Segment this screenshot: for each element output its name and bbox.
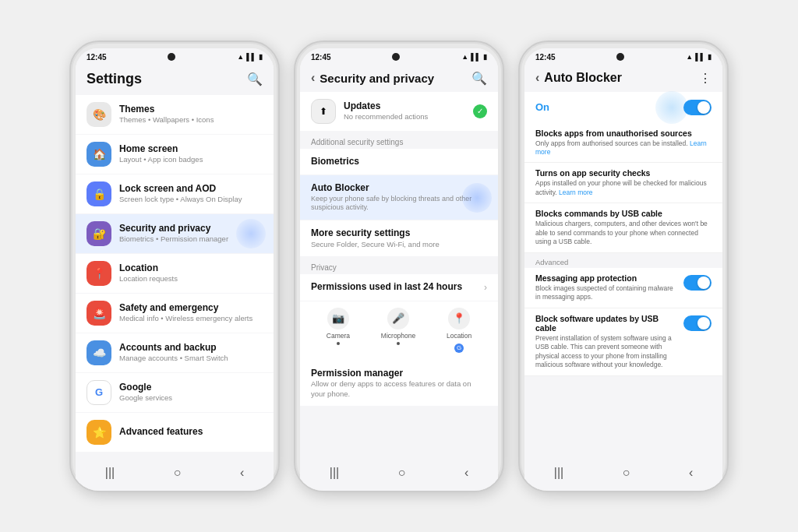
ab-software-row: Block software updates by USB cable Prev… <box>524 308 722 376</box>
location-icon: 📍 <box>87 261 111 286</box>
updates-subtitle: No recommended actions <box>344 112 473 122</box>
status-time-3: 12:45 <box>535 53 556 62</box>
google-icon: G <box>87 380 111 405</box>
accounts-title: Accounts and backup <box>119 342 263 354</box>
settings-item-advanced[interactable]: ⭐ Advanced features <box>76 413 274 452</box>
status-icons-1: ▲ ▌▌ ▮ <box>237 53 263 61</box>
additional-security-label: Additional security settings <box>300 132 498 149</box>
nav-bar-3: ||| ○ ‹ <box>524 458 722 491</box>
location-text: Location Location requests <box>119 262 263 284</box>
accounts-text: Accounts and backup Manage accounts • Sm… <box>119 342 263 364</box>
nav-back-icon-3[interactable]: ‹ <box>689 466 693 480</box>
permissions-item[interactable]: Permissions used in last 24 hours › <box>300 274 498 301</box>
search-icon-settings[interactable]: 🔍 <box>247 72 263 86</box>
nav-recent-icon[interactable]: ||| <box>105 466 115 480</box>
camera-permission: 📷 Camera <box>327 308 350 354</box>
location-title: Location <box>119 262 263 275</box>
wifi-icon-3: ▲ <box>686 53 693 61</box>
ab-feature-unauth-desc: Only apps from authorised sources can be… <box>535 139 711 157</box>
biometrics-item[interactable]: Biometrics <box>300 149 498 175</box>
nav-home-icon[interactable]: ○ <box>174 466 182 480</box>
phone-screen-1: 12:45 ▲ ▌▌ ▮ Settings 🔍 🎨 Themes Themes … <box>76 48 274 491</box>
back-button-security[interactable]: ‹ Security and privacy <box>311 71 434 85</box>
page-title-autoblocker: Auto Blocker <box>544 71 622 85</box>
wifi-icon: ▲ <box>237 53 244 61</box>
privacy-section-label: Privacy <box>300 258 498 274</box>
nav-bar-2: ||| ○ ‹ <box>300 458 498 491</box>
safety-text: Safety and emergency Medical info • Wire… <box>119 302 263 324</box>
lock-text: Lock screen and AOD Screen lock type • A… <box>119 183 263 205</box>
messaging-toggle[interactable] <box>683 275 711 291</box>
location-perm-icon: 📍 <box>448 308 470 329</box>
camera-notch-3 <box>616 53 624 61</box>
auto-blocker-item[interactable]: Auto Blocker Keep your phone safe by blo… <box>300 175 498 220</box>
ab-feature-appchecks-link[interactable]: Learn more <box>559 188 592 196</box>
phone-security: 12:45 ▲ ▌▌ ▮ ‹ Security and privacy 🔍 ⬆ … <box>294 41 504 492</box>
ab-feature-unauth: Blocks apps from unauthorised sources On… <box>524 123 722 164</box>
ab-messaging-row: Messaging app protection Block images su… <box>524 268 722 308</box>
safety-icon: 🚨 <box>87 301 111 326</box>
home-icon: 🏠 <box>87 142 111 167</box>
signal-icon-2: ▌▌ <box>471 53 481 61</box>
more-security-item[interactable]: More security settings Secure Folder, Se… <box>300 220 498 256</box>
ab-messaging-text: Messaging app protection Block images su… <box>535 273 679 302</box>
updates-item[interactable]: ⬆ Updates No recommended actions ✓ <box>300 92 498 131</box>
microphone-permission: 🎤 Microphone <box>381 308 415 354</box>
settings-item-location[interactable]: 📍 Location Location requests <box>76 254 274 293</box>
google-text: Google Google services <box>119 382 263 403</box>
settings-list: 🎨 Themes Themes • Wallpapers • Icons 🏠 H… <box>76 93 274 454</box>
location-subtitle: Location requests <box>119 274 263 284</box>
nav-recent-icon-3[interactable]: ||| <box>554 466 563 480</box>
auto-blocker-ripple <box>462 183 492 213</box>
signal-icon-3: ▌▌ <box>695 53 705 61</box>
settings-item-accounts[interactable]: ☁️ Accounts and backup Manage accounts •… <box>76 333 274 372</box>
ab-feature-appchecks-title: Turns on app security checks <box>535 168 711 178</box>
settings-item-home[interactable]: 🏠 Home screen Layout • App icon badges <box>76 135 274 174</box>
settings-item-security[interactable]: 🔐 Security and privacy Biometrics • Perm… <box>76 214 274 253</box>
settings-item-google[interactable]: G Google Google services <box>76 373 274 412</box>
software-toggle[interactable] <box>683 315 711 331</box>
nav-bar-1: ||| ○ ‹ <box>76 458 274 491</box>
page-title-settings: Settings <box>87 71 142 87</box>
search-icon-security[interactable]: 🔍 <box>471 71 487 86</box>
phone-screen-3: 12:45 ▲ ▌▌ ▮ ‹ Auto Blocker ⋮ On <box>524 48 722 491</box>
nav-back-icon[interactable]: ‹ <box>240 466 244 480</box>
page-title-security: Security and privacy <box>320 72 434 85</box>
camera-label: Camera <box>327 332 350 340</box>
settings-item-lock[interactable]: 🔒 Lock screen and AOD Screen lock type •… <box>76 174 274 213</box>
battery-icon-2: ▮ <box>483 53 487 61</box>
google-indicator: G <box>454 344 464 353</box>
home-title: Home screen <box>119 143 263 156</box>
settings-item-themes[interactable]: 🎨 Themes Themes • Wallpapers • Icons <box>76 95 274 134</box>
nav-back-icon-2[interactable]: ‹ <box>464 466 468 480</box>
ab-messaging-desc: Block images suspected of containing mal… <box>535 284 679 302</box>
accounts-icon: ☁️ <box>87 340 111 365</box>
signal-icon: ▌▌ <box>246 53 256 61</box>
battery-icon: ▮ <box>259 53 263 61</box>
updates-icon: ⬆ <box>311 99 336 124</box>
ab-feature-appchecks-desc: Apps installed on your phone will be che… <box>535 179 711 197</box>
home-text: Home screen Layout • App icon badges <box>119 143 263 165</box>
nav-home-icon-3[interactable]: ○ <box>623 466 630 480</box>
safety-title: Safety and emergency <box>119 302 263 315</box>
settings-item-safety[interactable]: 🚨 Safety and emergency Medical info • Wi… <box>76 294 274 333</box>
auto-blocker-title: Auto Blocker <box>311 182 487 195</box>
autoblocker-toggle[interactable] <box>683 100 711 115</box>
permission-manager-item[interactable]: Permission manager Allow or deny apps to… <box>300 361 498 406</box>
camera-icon: 📷 <box>327 308 349 329</box>
status-icons-2: ▲ ▌▌ ▮ <box>461 53 487 61</box>
themes-subtitle: Themes • Wallpapers • Icons <box>119 115 263 125</box>
microphone-icon: 🎤 <box>387 308 409 329</box>
microphone-dot <box>397 342 400 345</box>
camera-notch-1 <box>168 53 175 61</box>
permissions-row: 📷 Camera 🎤 Microphone 📍 Location G <box>300 301 498 361</box>
lock-subtitle: Screen lock type • Always On Display <box>119 195 263 204</box>
three-dots-icon[interactable]: ⋮ <box>699 71 711 86</box>
nav-home-icon-2[interactable]: ○ <box>398 466 406 480</box>
battery-icon-3: ▮ <box>708 53 711 61</box>
ab-software-desc: Prevent installation of system software … <box>535 334 679 370</box>
nav-recent-icon-2[interactable]: ||| <box>330 466 339 480</box>
back-button-autoblocker[interactable]: ‹ Auto Blocker <box>535 71 622 85</box>
advanced-title: Advanced features <box>119 426 263 439</box>
advanced-text: Advanced features <box>119 426 263 439</box>
